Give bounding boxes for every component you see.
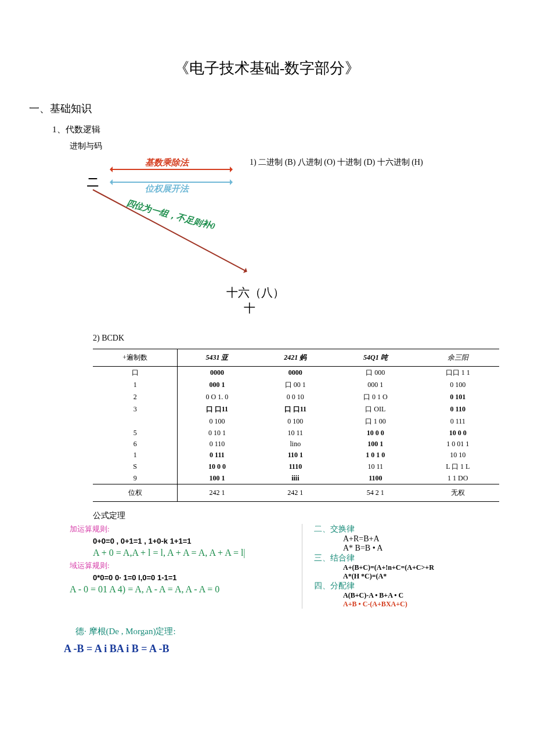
mul-rule-values: 0*0=0 0· 1=0 l,0=0 1-1=1: [93, 573, 302, 582]
table-cell: 口 口11: [257, 403, 334, 415]
topic-radix-code: 进制与码: [70, 141, 505, 151]
table-cell: 0 10 1: [178, 428, 257, 439]
table-cell: 0000: [178, 367, 257, 379]
table-cell: 0 0 10: [257, 391, 334, 403]
table-cell: 10 0 0: [178, 461, 257, 473]
table-cell: 0 100: [178, 415, 257, 428]
table-cell: 无权: [417, 484, 499, 502]
table-row: 9100 1iiii11001 1 DO: [93, 473, 499, 484]
table-cell: 0 O 1. 0: [178, 391, 257, 403]
th-excess3: 余三阳: [417, 349, 499, 367]
section-1-heading: 一、基础知识: [29, 102, 505, 115]
bcd-table: +遍制数 5431 亚 2421 蚂 54Q1 吨 余三阳 口00000000口…: [93, 349, 499, 502]
table-cell: 口 1 00: [334, 415, 417, 428]
add-rule-values: 0+0=0 , 0+1=1 , 1+0-k 1+1=1: [93, 537, 302, 545]
label-sixteen-eight: 十六（八）: [226, 285, 505, 301]
table-cell: 2: [93, 391, 178, 403]
add-identity-formula: A + 0 = A,A + l = l, A + A = A, A + A = …: [93, 548, 302, 558]
conversion-diagram: 二 基数乘除法 位权展开法 四位为一组，不足则补0: [70, 157, 250, 285]
table-cell: 5: [93, 428, 178, 439]
subsection-1-1: 1、代数逻辑: [52, 124, 505, 135]
table-cell: 1: [93, 379, 178, 391]
table-cell: 1 1 DO: [417, 473, 499, 484]
table-row: 60 110lino100 11 0 01 1: [93, 439, 499, 450]
table-cell: iiii: [257, 473, 334, 484]
table-cell: L 口 1 L: [417, 461, 499, 473]
radix-list: 1) 二进制 (B) 八进制 (O) 十进制 (D) 十六进制 (H): [250, 157, 505, 168]
table-cell: 6: [93, 439, 178, 450]
table-row: 20 O 1. 00 0 10口 0 1 O0 101: [93, 391, 499, 403]
document-title: 《电子技术基础-数字部分》: [29, 58, 505, 78]
distributive-b: A+B • C-(A+BXA+C): [343, 600, 505, 609]
table-row: 50 10 110 1110 0 010 0 0: [93, 428, 499, 439]
table-cell: 10 11: [257, 428, 334, 439]
table-cell: 0 100: [417, 379, 499, 391]
table-cell: 0 111: [417, 415, 499, 428]
table-cell: 10 0 0: [417, 428, 499, 439]
demorgan-formula: A -B = A i BA i B = A -B: [64, 643, 505, 655]
distributive-a: A(B+C)-A • B+A • C: [343, 591, 505, 600]
table-cell: 0 111: [178, 450, 257, 461]
table-cell: 000 1: [334, 379, 417, 391]
table-cell: [93, 415, 178, 428]
table-cell: 0 100: [257, 415, 334, 428]
table-cell: 242 1: [178, 484, 257, 502]
table-cell: 1110: [257, 461, 334, 473]
distributive-head: 四、分配律: [314, 581, 505, 591]
demorgan-heading: 德· 摩根(De , Morgan)定理:: [75, 626, 505, 637]
label-binary: 二: [87, 175, 99, 190]
table-cell: 000 1: [178, 379, 257, 391]
table-cell: 口 00 1: [257, 379, 334, 391]
table-row: 3口 口11口 口11口 OIL0 110: [93, 403, 499, 415]
mul-rule-head: 域运算规则:: [70, 560, 302, 571]
table-row: S10 0 0111010 11L 口 1 L: [93, 461, 499, 473]
table-cell: 1100: [334, 473, 417, 484]
table-cell: 1 0 1 0: [334, 450, 417, 461]
table-cell: 100 1: [334, 439, 417, 450]
table-cell: 54 2 1: [334, 484, 417, 502]
bcd-heading: 2) BCDK: [93, 334, 505, 343]
table-cell: 0 110: [417, 403, 499, 415]
formula-heading: 公式定理: [93, 511, 505, 521]
table-cell: 位权: [93, 484, 178, 502]
table-cell: 0000: [257, 367, 334, 379]
th-decimal: +遍制数: [93, 349, 178, 367]
table-cell: 0 101: [417, 391, 499, 403]
associative-a: A+(B+C)=(A+!n+C=(A+C>+R: [343, 563, 505, 572]
table-cell: 口 0 1 O: [334, 391, 417, 403]
table-cell: 10 10: [417, 450, 499, 461]
table-row: 位权242 1242 154 2 1无权: [93, 484, 499, 502]
th-5421: 54Q1 吨: [334, 349, 417, 367]
arrow-top-icon: [110, 169, 232, 170]
table-cell: 242 1: [257, 484, 334, 502]
table-cell: 1 0 01 1: [417, 439, 499, 450]
th-2421: 2421 蚂: [257, 349, 334, 367]
add-rule-head: 加运算规则:: [70, 524, 302, 534]
table-cell: 口: [93, 367, 178, 379]
arrow-mid-icon: [110, 182, 232, 183]
arrow-diagonal-icon: [93, 189, 247, 272]
table-cell: 1: [93, 450, 178, 461]
label-ten: 十: [244, 301, 505, 316]
table-cell: 3: [93, 403, 178, 415]
table-cell: lino: [257, 439, 334, 450]
label-multiply-divide: 基数乘除法: [145, 157, 189, 168]
table-cell: 9: [93, 473, 178, 484]
label-positional-expand: 位权展开法: [145, 183, 189, 194]
table-cell: 10 11: [334, 461, 417, 473]
commutative-a: A+R=B+A: [343, 534, 505, 544]
mul-identity-formula: A - 0 = 01 A 4) = A, A - A = A, A - A = …: [70, 584, 302, 595]
associative-b: A*(H *C)=(A*: [343, 572, 505, 581]
table-cell: 110 1: [257, 450, 334, 461]
table-row: 10 111110 11 0 1 010 10: [93, 450, 499, 461]
table-row: 1000 1口 00 1000 10 100: [93, 379, 499, 391]
table-cell: 10 0 0: [334, 428, 417, 439]
table-cell: 100 1: [178, 473, 257, 484]
table-row: 0 1000 100口 1 000 111: [93, 415, 499, 428]
table-cell: 口 OIL: [334, 403, 417, 415]
th-8421: 5431 亚: [178, 349, 257, 367]
table-row: 口00000000口 000口口 1 1: [93, 367, 499, 379]
associative-head: 三、结合律: [314, 553, 505, 563]
commutative-b: A* B=B • A: [343, 544, 505, 553]
commutative-head: 二、交换律: [314, 524, 505, 534]
